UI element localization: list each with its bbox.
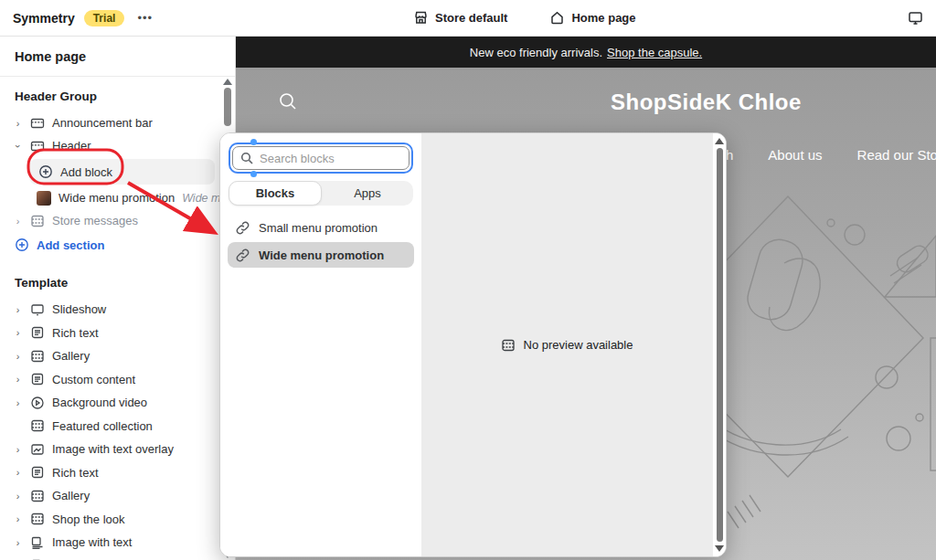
chevron-right-icon[interactable]: › <box>13 444 23 455</box>
scroll-down-arrow-icon[interactable] <box>715 545 724 552</box>
sidebar-item-store-messages[interactable]: › Store messages <box>0 209 235 232</box>
sidebar-item-label: Gallery <box>52 489 90 502</box>
chevron-right-icon[interactable]: › <box>13 118 23 129</box>
chevron-right-icon[interactable]: › <box>13 304 23 315</box>
sidebar-item-image-with-text-2[interactable]: › Image with text <box>0 555 235 560</box>
block-thumbnail <box>37 191 51 206</box>
sidebar-item-image-with-text-overlay[interactable]: › Image with text overlay <box>0 438 235 461</box>
popup-scrollbar[interactable] <box>712 133 726 556</box>
chevron-right-icon[interactable]: › <box>13 491 23 502</box>
home-icon <box>549 10 565 26</box>
scroll-up-arrow-icon[interactable] <box>715 138 724 144</box>
video-icon <box>30 396 45 410</box>
gallery-icon <box>30 349 45 364</box>
sidebar-item-shop-the-look[interactable]: › Shop the look <box>0 508 235 532</box>
popup-block-list-panel: Blocks Apps Small menu promotion Wide me… <box>220 133 421 556</box>
add-block-popup: Blocks Apps Small menu promotion Wide me… <box>219 132 727 557</box>
sidebar-item-label: Slideshow <box>52 302 106 316</box>
theme-editor: Symmetry Trial ••• Store default Home pa… <box>0 0 936 560</box>
search-icon <box>240 152 253 164</box>
sidebar-item-featured-collection[interactable]: Featured collection <box>0 415 235 438</box>
sidebar-item-label: Gallery <box>52 349 90 363</box>
popup-tabs: Blocks Apps <box>229 181 413 206</box>
main-area: Home page Header Group › Announcement ba… <box>0 37 936 560</box>
sidebar-item-wide-menu-promotion[interactable]: Wide menu promotion Wide m... <box>0 186 235 209</box>
sidebar-item-label: Featured collection <box>52 419 153 433</box>
add-block-label: Add block <box>60 165 112 179</box>
sidebar-item-rich-text-2[interactable]: › Rich text <box>0 461 235 485</box>
shop-look-icon <box>30 512 45 526</box>
page-selector-label: Home page <box>571 11 635 25</box>
sidebar-item-label: Shop the look <box>52 512 125 526</box>
rich-text-icon <box>30 465 45 480</box>
sidebar-item-image-with-text[interactable]: › Image with text <box>0 531 235 555</box>
sidebar-item-label: Background video <box>52 396 147 409</box>
chevron-right-icon[interactable]: › <box>13 467 23 478</box>
tab-apps[interactable]: Apps <box>322 181 413 206</box>
chevron-right-icon[interactable]: › <box>13 327 23 338</box>
sidebar-item-announcement-bar[interactable]: › Announcement bar <box>0 111 235 134</box>
rich-text-icon <box>30 325 45 340</box>
header-group-heading: Header Group <box>0 77 235 111</box>
add-section-label: Add section <box>37 238 104 252</box>
theme-name: Symmetry <box>13 11 75 26</box>
add-section-button[interactable]: Add section <box>0 232 235 258</box>
store-selector[interactable]: Store default <box>413 10 507 26</box>
sidebar-item-rich-text[interactable]: › Rich text <box>0 322 235 345</box>
text-selection-handle[interactable] <box>250 171 257 177</box>
sidebar-item-background-video[interactable]: › Background video <box>0 391 235 415</box>
slideshow-icon <box>30 302 45 317</box>
sections-sidebar: Home page Header Group › Announcement ba… <box>0 37 236 560</box>
text-selection-handle[interactable] <box>250 139 257 145</box>
add-block-button[interactable]: Add block <box>29 159 215 185</box>
popup-preview-panel: No preview available <box>421 133 712 556</box>
sidebar-item-label: Image with text <box>52 535 132 549</box>
sidebar-item-label: Image with text overlay <box>52 442 174 456</box>
more-options-icon[interactable]: ••• <box>133 11 156 25</box>
plus-circle-icon <box>38 164 53 179</box>
topbar-right <box>908 10 923 26</box>
scroll-up-arrow-icon[interactable] <box>223 79 232 85</box>
link-icon <box>236 248 250 262</box>
no-preview-icon <box>501 338 516 353</box>
sidebar-item-label: Rich text <box>52 326 99 340</box>
sidebar-item-label: Announcement bar <box>52 116 153 130</box>
chevron-right-icon[interactable]: › <box>13 537 23 548</box>
sidebar-item-label: Custom content <box>52 373 135 386</box>
sidebar-item-label: Header <box>52 139 91 153</box>
sidebar-item-custom-content[interactable]: › Custom content <box>0 368 235 392</box>
chevron-right-icon[interactable]: › <box>13 374 23 385</box>
scrollbar-thumb[interactable] <box>717 148 723 542</box>
block-option-wide-menu-promotion[interactable]: Wide menu promotion <box>228 242 414 268</box>
chevron-right-icon[interactable]: › <box>13 216 23 227</box>
link-icon <box>236 221 250 235</box>
block-option-small-menu-promotion[interactable]: Small menu promotion <box>228 215 414 240</box>
image-overlay-icon <box>30 442 45 457</box>
topbar: Symmetry Trial ••• Store default Home pa… <box>0 0 936 37</box>
chevron-right-icon[interactable]: › <box>13 351 23 362</box>
store-selector-label: Store default <box>435 11 507 25</box>
sidebar-item-header[interactable]: › Header <box>0 134 235 157</box>
block-option-label: Wide menu promotion <box>259 248 384 262</box>
desktop-preview-icon[interactable] <box>908 10 923 26</box>
chevron-down-icon[interactable]: › <box>13 141 24 151</box>
header-section-icon <box>30 139 45 153</box>
chevron-right-icon[interactable]: › <box>13 397 23 408</box>
block-label: Wide menu promotion <box>58 191 175 205</box>
sidebar-item-label: Rich text <box>52 466 99 480</box>
sidebar-item-slideshow[interactable]: › Slideshow <box>0 298 235 322</box>
sidebar-item-gallery-2[interactable]: › Gallery <box>0 484 235 508</box>
no-preview-text: No preview available <box>524 338 633 352</box>
sidebar-item-gallery[interactable]: › Gallery <box>0 344 235 368</box>
scrollbar-thumb[interactable] <box>224 88 231 126</box>
plus-circle-icon <box>15 238 29 252</box>
topbar-center: Store default Home page <box>413 10 636 26</box>
tab-blocks[interactable]: Blocks <box>229 181 322 206</box>
search-blocks-input[interactable] <box>260 152 401 165</box>
page-selector[interactable]: Home page <box>549 10 635 26</box>
custom-content-icon <box>30 372 45 386</box>
template-heading: Template <box>0 258 235 298</box>
chevron-right-icon[interactable]: › <box>13 513 23 524</box>
sidebar-page-title: Home page <box>0 37 235 77</box>
trial-badge: Trial <box>84 10 125 26</box>
